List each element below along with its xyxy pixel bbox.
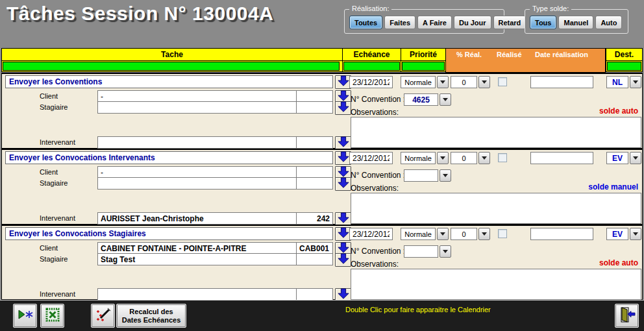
task-title[interactable]: Envoyer les Convocations Intervenants: [5, 151, 333, 164]
priorite-dropdown-button[interactable]: [437, 152, 449, 164]
exit-button[interactable]: [615, 304, 639, 328]
priorite-dropdown-button[interactable]: [437, 228, 449, 240]
dest-dropdown-button[interactable]: [630, 228, 641, 240]
observations-textarea[interactable]: [351, 117, 641, 148]
solde-manuel-button[interactable]: Manuel: [558, 16, 593, 29]
observations-label: Observations:: [351, 108, 399, 117]
filter-faites-button[interactable]: Faites: [384, 16, 415, 29]
convention-value[interactable]: [404, 245, 438, 258]
stagiaire-code-input[interactable]: [296, 177, 333, 190]
column-header-priorite: Priorité: [401, 48, 446, 61]
magic-wand-button[interactable]: [91, 304, 115, 328]
intervenant-code-input[interactable]: [296, 212, 333, 225]
priorite-value[interactable]: Normale: [401, 228, 436, 240]
intervenant-input[interactable]: [97, 212, 297, 225]
intervenant-label: Intervenant: [40, 214, 75, 222]
intervenant-input[interactable]: [97, 288, 297, 300]
solde-tous-button[interactable]: Tous: [530, 16, 556, 29]
intervenant-code-input[interactable]: [296, 288, 333, 300]
pct-real-value[interactable]: 0: [451, 152, 477, 164]
intervenant-code-input[interactable]: [296, 136, 333, 149]
pct-dropdown-button[interactable]: [478, 152, 490, 164]
excel-icon: [45, 307, 60, 325]
realise-checkbox[interactable]: [498, 229, 507, 238]
convention-value[interactable]: [404, 169, 438, 182]
dest-dropdown-button[interactable]: [630, 152, 641, 164]
realisation-group-label: Réalisation:: [349, 5, 391, 12]
realisation-filter-group: Réalisation: Toutes Faites A Faire Du Jo…: [344, 9, 504, 34]
observations-textarea[interactable]: [351, 193, 641, 224]
pct-real-value[interactable]: 0: [451, 228, 477, 240]
dest-dropdown-button[interactable]: [630, 76, 641, 88]
calendar-hint-text: Double Clic pour faire apparaitre le Cal…: [345, 306, 491, 313]
task-title[interactable]: Envoyer les Conventions: [5, 75, 333, 88]
task-row: Envoyer les Convocations Stagiaires Clie…: [1, 225, 643, 300]
date-realisation-input[interactable]: [530, 228, 593, 240]
observations-label: Observations:: [351, 184, 399, 193]
solde-type-badge: solde auto: [599, 258, 638, 267]
dest-filter-input[interactable]: [607, 62, 641, 71]
pct-dropdown-button[interactable]: [478, 228, 490, 240]
dest-value[interactable]: EV: [606, 152, 628, 164]
dest-combo: EV: [606, 228, 641, 240]
pct-real-combo: 0: [451, 152, 490, 164]
stagiaire-lookup-button[interactable]: [335, 177, 351, 191]
realise-checkbox[interactable]: [498, 77, 507, 86]
priorite-value[interactable]: Normale: [401, 76, 436, 88]
task-row: Envoyer les Conventions Client Stagiaire…: [1, 73, 643, 149]
pct-real-combo: 0: [451, 76, 490, 88]
filter-retard-button[interactable]: Retard: [493, 16, 526, 29]
intervenant-lookup-button[interactable]: [335, 136, 351, 150]
blue-down-arrow-icon: [336, 253, 351, 267]
pct-dropdown-button[interactable]: [478, 76, 490, 88]
convention-dropdown-button[interactable]: [440, 169, 451, 182]
convention-combo: [404, 169, 451, 182]
bottom-toolbar: Recalcul des Dates Echéances Double Clic…: [0, 300, 644, 331]
blue-down-arrow-icon: [336, 101, 351, 115]
tache-filter-input[interactable]: [3, 62, 340, 71]
recalcul-dates-button[interactable]: Recalcul des Dates Echéances: [116, 304, 186, 328]
convention-value[interactable]: 4625: [404, 93, 438, 106]
dest-value[interactable]: NL: [606, 76, 628, 88]
dest-value[interactable]: EV: [606, 228, 628, 240]
stagiaire-label: Stagiaire: [40, 179, 68, 187]
echeance-date-input[interactable]: [349, 76, 393, 88]
filter-du-jour-button[interactable]: Du Jour: [454, 16, 491, 29]
stagiaire-input[interactable]: [97, 101, 297, 114]
echeance-date-input[interactable]: [349, 228, 393, 240]
stagiaire-lookup-button[interactable]: [335, 253, 351, 267]
export-excel-button[interactable]: [40, 304, 64, 328]
intervenant-label: Intervenant: [40, 138, 75, 146]
dropdown-triangle-icon: [443, 98, 448, 104]
realise-checkbox[interactable]: [498, 153, 507, 162]
stagiaire-lookup-button[interactable]: [335, 101, 351, 115]
filter-toutes-button[interactable]: Toutes: [349, 16, 382, 29]
run-task-button[interactable]: [13, 304, 37, 328]
stagiaire-code-input[interactable]: [296, 101, 333, 114]
stagiaire-input[interactable]: [97, 177, 297, 190]
pct-real-value[interactable]: 0: [451, 76, 477, 88]
magic-wand-icon: [95, 306, 112, 325]
priorite-filter-input[interactable]: [402, 62, 445, 71]
echeance-filter-input[interactable]: [343, 62, 400, 71]
column-header-echeance: Echéance: [342, 48, 401, 61]
task-title[interactable]: Envoyer les Convocations Stagiaires: [5, 227, 333, 240]
blue-down-arrow-icon: [336, 212, 351, 226]
convention-dropdown-button[interactable]: [440, 245, 451, 258]
intervenant-lookup-button[interactable]: [335, 212, 351, 226]
priorite-dropdown-button[interactable]: [437, 76, 449, 88]
date-realisation-input[interactable]: [530, 76, 593, 88]
filter-a-faire-button[interactable]: A Faire: [417, 16, 452, 29]
stagiaire-input[interactable]: [97, 253, 297, 265]
task-row: Envoyer les Convocations Intervenants Cl…: [1, 149, 643, 225]
dropdown-triangle-icon: [482, 80, 487, 86]
intervenant-input[interactable]: [97, 136, 297, 149]
page-title: Tâches Session N° 130004A: [6, 3, 273, 25]
echeance-date-input[interactable]: [349, 152, 393, 164]
observations-textarea[interactable]: [351, 269, 641, 300]
solde-auto-button[interactable]: Auto: [595, 16, 622, 29]
convention-dropdown-button[interactable]: [440, 93, 451, 106]
stagiaire-code-input[interactable]: [296, 253, 333, 265]
date-realisation-input[interactable]: [530, 152, 593, 164]
priorite-value[interactable]: Normale: [401, 152, 436, 164]
